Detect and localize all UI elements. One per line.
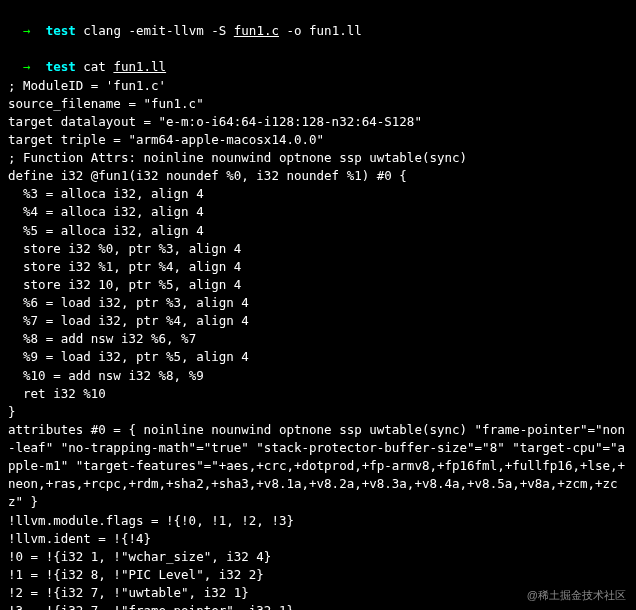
output-line: !llvm.module.flags = !{!0, !1, !2, !3} (8, 512, 628, 530)
output-line: %8 = add nsw i32 %6, %7 (8, 330, 628, 348)
output-line: !llvm.ident = !{!4} (8, 530, 628, 548)
cmd-suffix: -o fun1.ll (279, 23, 362, 38)
command-text: clang -emit-llvm -S fun1.c -o fun1.ll (83, 23, 361, 38)
prompt-arrow: → (23, 59, 31, 74)
output-line: %6 = load i32, ptr %3, align 4 (8, 294, 628, 312)
output-line: store i32 %0, ptr %3, align 4 (8, 240, 628, 258)
output-line: store i32 10, ptr %5, align 4 (8, 276, 628, 294)
cmd-file: fun1.c (234, 23, 279, 38)
output-line: %3 = alloca i32, align 4 (8, 185, 628, 203)
prompt-line-2[interactable]: → test cat fun1.ll (8, 40, 628, 76)
prompt-arrow: → (23, 23, 31, 38)
command-text: cat fun1.ll (83, 59, 166, 74)
output-line: } (8, 403, 628, 421)
output-line: define i32 @fun1(i32 noundef %0, i32 nou… (8, 167, 628, 185)
output-line: %10 = add nsw i32 %8, %9 (8, 367, 628, 385)
prompt-dir: test (46, 23, 76, 38)
output-line: source_filename = "fun1.c" (8, 95, 628, 113)
output-line: store i32 %1, ptr %4, align 4 (8, 258, 628, 276)
output-line: target triple = "arm64-apple-macosx14.0.… (8, 131, 628, 149)
prompt-line-1[interactable]: → test clang -emit-llvm -S fun1.c -o fun… (8, 4, 628, 40)
output-line: ret i32 %10 (8, 385, 628, 403)
output-line: %4 = alloca i32, align 4 (8, 203, 628, 221)
output-line: %9 = load i32, ptr %5, align 4 (8, 348, 628, 366)
output-line: ; ModuleID = 'fun1.c' (8, 77, 628, 95)
cmd-prefix: cat (83, 59, 113, 74)
output-line: %7 = load i32, ptr %4, align 4 (8, 312, 628, 330)
output-line: attributes #0 = { noinline nounwind optn… (8, 421, 628, 512)
prompt-dir: test (46, 59, 76, 74)
watermark: @稀土掘金技术社区 (527, 588, 626, 604)
output-line: !1 = !{i32 8, !"PIC Level", i32 2} (8, 566, 628, 584)
cmd-file: fun1.ll (113, 59, 166, 74)
output-line: ; Function Attrs: noinline nounwind optn… (8, 149, 628, 167)
cmd-prefix: clang -emit-llvm -S (83, 23, 234, 38)
output-line: !0 = !{i32 1, !"wchar_size", i32 4} (8, 548, 628, 566)
output-line: target datalayout = "e-m:o-i64:64-i128:1… (8, 113, 628, 131)
output-line: %5 = alloca i32, align 4 (8, 222, 628, 240)
